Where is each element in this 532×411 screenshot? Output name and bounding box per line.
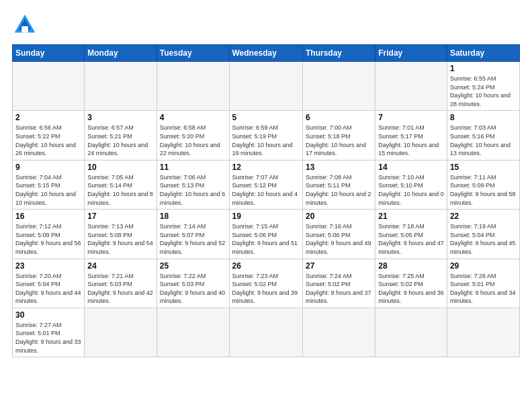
calendar-cell: 18Sunrise: 7:14 AM Sunset: 5:07 PM Dayli…: [157, 210, 229, 259]
calendar-header-tuesday: Tuesday: [157, 45, 229, 62]
day-number: 9: [15, 163, 81, 172]
day-number: 22: [450, 212, 517, 221]
calendar-cell: [229, 62, 302, 111]
day-number: 17: [87, 212, 153, 221]
day-info: Sunrise: 7:08 AM Sunset: 5:11 PM Dayligh…: [306, 173, 372, 207]
day-number: 3: [87, 113, 153, 122]
day-info: Sunrise: 7:24 AM Sunset: 5:02 PM Dayligh…: [306, 272, 372, 306]
calendar-cell: [157, 62, 229, 111]
calendar-cell: 1Sunrise: 6:55 AM Sunset: 5:24 PM Daylig…: [447, 62, 519, 111]
day-number: 14: [378, 163, 444, 172]
calendar-cell: 29Sunrise: 7:26 AM Sunset: 5:01 PM Dayli…: [447, 259, 519, 308]
day-number: 23: [15, 261, 81, 271]
calendar-cell: 5Sunrise: 6:59 AM Sunset: 5:19 PM Daylig…: [229, 111, 302, 160]
page-header: [12, 12, 520, 38]
day-number: 5: [232, 113, 300, 122]
day-info: Sunrise: 7:26 AM Sunset: 5:01 PM Dayligh…: [450, 272, 517, 306]
day-info: Sunrise: 7:27 AM Sunset: 5:01 PM Dayligh…: [15, 321, 81, 355]
day-number: 8: [450, 113, 517, 122]
day-info: Sunrise: 7:12 AM Sunset: 5:09 PM Dayligh…: [15, 222, 81, 256]
day-info: Sunrise: 6:56 AM Sunset: 5:22 PM Dayligh…: [15, 124, 81, 157]
calendar-cell: 10Sunrise: 7:05 AM Sunset: 5:14 PM Dayli…: [85, 160, 157, 209]
calendar-cell: 14Sunrise: 7:10 AM Sunset: 5:10 PM Dayli…: [375, 160, 447, 209]
calendar-week-2: 9Sunrise: 7:04 AM Sunset: 5:15 PM Daylig…: [13, 160, 520, 209]
day-info: Sunrise: 7:21 AM Sunset: 5:03 PM Dayligh…: [87, 272, 153, 306]
day-info: Sunrise: 6:59 AM Sunset: 5:19 PM Dayligh…: [232, 124, 300, 157]
day-info: Sunrise: 6:55 AM Sunset: 5:24 PM Dayligh…: [450, 75, 517, 108]
calendar-cell: 13Sunrise: 7:08 AM Sunset: 5:11 PM Dayli…: [302, 160, 375, 209]
day-number: 27: [306, 261, 372, 271]
calendar-header-friday: Friday: [375, 45, 447, 62]
calendar-header-sunday: Sunday: [13, 45, 85, 62]
day-number: 24: [87, 261, 153, 271]
calendar-cell: 20Sunrise: 7:16 AM Sunset: 5:06 PM Dayli…: [302, 210, 375, 259]
calendar-week-0: 1Sunrise: 6:55 AM Sunset: 5:24 PM Daylig…: [13, 62, 520, 111]
day-info: Sunrise: 7:13 AM Sunset: 5:08 PM Dayligh…: [87, 222, 153, 256]
day-number: 4: [160, 113, 226, 122]
calendar-cell: 27Sunrise: 7:24 AM Sunset: 5:02 PM Dayli…: [302, 259, 375, 308]
day-number: 11: [160, 163, 226, 172]
calendar-header-monday: Monday: [85, 45, 157, 62]
day-number: 28: [378, 261, 444, 271]
logo-icon: [12, 12, 38, 38]
calendar-cell: 3Sunrise: 6:57 AM Sunset: 5:21 PM Daylig…: [85, 111, 157, 160]
day-number: 13: [306, 163, 372, 172]
calendar-cell: 30Sunrise: 7:27 AM Sunset: 5:01 PM Dayli…: [13, 308, 85, 357]
day-info: Sunrise: 7:20 AM Sunset: 5:04 PM Dayligh…: [15, 272, 81, 306]
day-info: Sunrise: 7:14 AM Sunset: 5:07 PM Dayligh…: [160, 222, 226, 256]
calendar-cell: [13, 62, 85, 111]
calendar-cell: 8Sunrise: 7:03 AM Sunset: 5:16 PM Daylig…: [447, 111, 519, 160]
day-number: 20: [306, 212, 372, 221]
calendar-cell: 17Sunrise: 7:13 AM Sunset: 5:08 PM Dayli…: [85, 210, 157, 259]
day-number: 1: [450, 64, 517, 73]
calendar-cell: 12Sunrise: 7:07 AM Sunset: 5:12 PM Dayli…: [229, 160, 302, 209]
day-number: 2: [15, 113, 81, 122]
calendar-cell: 15Sunrise: 7:11 AM Sunset: 5:09 PM Dayli…: [447, 160, 519, 209]
calendar-cell: 21Sunrise: 7:18 AM Sunset: 5:05 PM Dayli…: [375, 210, 447, 259]
day-info: Sunrise: 7:23 AM Sunset: 5:02 PM Dayligh…: [232, 272, 300, 306]
calendar-cell: 23Sunrise: 7:20 AM Sunset: 5:04 PM Dayli…: [13, 259, 85, 308]
day-info: Sunrise: 7:11 AM Sunset: 5:09 PM Dayligh…: [450, 173, 517, 207]
day-info: Sunrise: 7:19 AM Sunset: 5:04 PM Dayligh…: [450, 222, 517, 256]
logo: [12, 12, 42, 38]
day-number: 12: [232, 163, 300, 172]
calendar-cell: [85, 308, 157, 357]
calendar-cell: 6Sunrise: 7:00 AM Sunset: 5:18 PM Daylig…: [302, 111, 375, 160]
day-info: Sunrise: 7:10 AM Sunset: 5:10 PM Dayligh…: [378, 173, 444, 207]
day-info: Sunrise: 7:00 AM Sunset: 5:18 PM Dayligh…: [306, 124, 372, 157]
calendar-cell: 25Sunrise: 7:22 AM Sunset: 5:03 PM Dayli…: [157, 259, 229, 308]
calendar-cell: 2Sunrise: 6:56 AM Sunset: 5:22 PM Daylig…: [13, 111, 85, 160]
day-info: Sunrise: 6:58 AM Sunset: 5:20 PM Dayligh…: [160, 124, 226, 157]
calendar-cell: [447, 308, 519, 357]
day-number: 21: [378, 212, 444, 221]
calendar-week-4: 23Sunrise: 7:20 AM Sunset: 5:04 PM Dayli…: [13, 259, 520, 308]
day-info: Sunrise: 7:18 AM Sunset: 5:05 PM Dayligh…: [378, 222, 444, 256]
day-number: 29: [450, 261, 517, 271]
calendar-cell: [229, 308, 302, 357]
day-info: Sunrise: 7:25 AM Sunset: 5:02 PM Dayligh…: [378, 272, 444, 306]
day-info: Sunrise: 7:05 AM Sunset: 5:14 PM Dayligh…: [87, 173, 153, 207]
day-number: 25: [160, 261, 226, 271]
day-number: 7: [378, 113, 444, 122]
calendar-cell: [85, 62, 157, 111]
day-info: Sunrise: 6:57 AM Sunset: 5:21 PM Dayligh…: [87, 124, 153, 157]
calendar-cell: 4Sunrise: 6:58 AM Sunset: 5:20 PM Daylig…: [157, 111, 229, 160]
day-number: 19: [232, 212, 300, 221]
calendar-cell: 7Sunrise: 7:01 AM Sunset: 5:17 PM Daylig…: [375, 111, 447, 160]
day-info: Sunrise: 7:04 AM Sunset: 5:15 PM Dayligh…: [15, 173, 81, 207]
calendar-cell: 28Sunrise: 7:25 AM Sunset: 5:02 PM Dayli…: [375, 259, 447, 308]
calendar-header-thursday: Thursday: [302, 45, 375, 62]
day-info: Sunrise: 7:01 AM Sunset: 5:17 PM Dayligh…: [378, 124, 444, 157]
day-number: 30: [15, 310, 81, 320]
day-info: Sunrise: 7:22 AM Sunset: 5:03 PM Dayligh…: [160, 272, 226, 306]
day-number: 15: [450, 163, 517, 172]
calendar-week-5: 30Sunrise: 7:27 AM Sunset: 5:01 PM Dayli…: [13, 308, 520, 357]
day-info: Sunrise: 7:07 AM Sunset: 5:12 PM Dayligh…: [232, 173, 300, 207]
day-number: 26: [232, 261, 300, 271]
calendar-header-wednesday: Wednesday: [229, 45, 302, 62]
calendar-cell: 16Sunrise: 7:12 AM Sunset: 5:09 PM Dayli…: [13, 210, 85, 259]
calendar-cell: 24Sunrise: 7:21 AM Sunset: 5:03 PM Dayli…: [85, 259, 157, 308]
day-number: 6: [306, 113, 372, 122]
calendar-cell: [157, 308, 229, 357]
calendar: SundayMondayTuesdayWednesdayThursdayFrid…: [12, 44, 520, 357]
